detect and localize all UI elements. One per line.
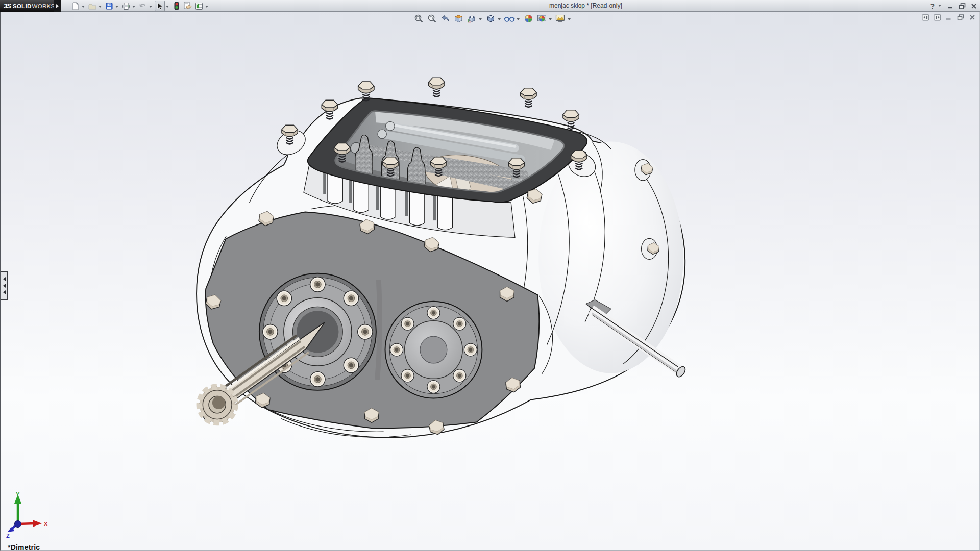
- display-style-dropdown-icon[interactable]: [498, 18, 501, 22]
- right-bearing-cover: [385, 302, 482, 398]
- new-dropdown-icon[interactable]: [82, 6, 85, 9]
- view-orientation-button[interactable]: [465, 13, 478, 24]
- collapse-arrow-icon: [1, 284, 6, 288]
- hide-show-items-button[interactable]: [503, 13, 516, 24]
- doc-close-button[interactable]: [968, 13, 976, 21]
- help-dropdown-icon[interactable]: [938, 5, 941, 8]
- print-dropdown-icon[interactable]: [132, 6, 135, 9]
- gearbox-model[interactable]: [1, 12, 980, 551]
- display-style-button[interactable]: [484, 13, 497, 24]
- view-settings-button[interactable]: [554, 13, 567, 24]
- apply-scene-button[interactable]: [535, 13, 548, 24]
- rebuild-traffic-light-icon: [174, 2, 180, 11]
- file-properties-button[interactable]: [183, 1, 193, 11]
- menu-flyout-arrow-icon: [56, 4, 61, 8]
- undo-icon: [139, 2, 148, 10]
- document-title: menjac sklop * [Read-only]: [549, 2, 622, 9]
- x-arrowhead: [33, 520, 42, 527]
- feature-panel-collapsed-tab[interactable]: [1, 271, 8, 300]
- minimize-icon: [946, 14, 952, 20]
- titlebar-controls: ?: [930, 0, 978, 12]
- undo-button[interactable]: [138, 1, 148, 11]
- doc-restore-button[interactable]: [957, 13, 965, 21]
- save-icon: [105, 2, 113, 10]
- apply-scene-icon: [537, 14, 547, 23]
- brand-name-light: WORKS: [32, 3, 55, 9]
- section-view-icon: [454, 14, 463, 23]
- doc-minimize-button[interactable]: [945, 13, 953, 21]
- previous-view-button[interactable]: [439, 13, 451, 24]
- open-dropdown-icon[interactable]: [99, 6, 102, 9]
- zoom-to-fit-icon: [414, 14, 424, 23]
- zoom-to-area-icon: [427, 14, 437, 23]
- collapse-arrow-icon: [1, 277, 6, 281]
- help-button[interactable]: ?: [930, 2, 935, 10]
- triad-origin: [15, 521, 21, 528]
- standard-toolbar: [70, 0, 210, 12]
- hide-show-items-icon: [504, 14, 515, 23]
- orientation-triad[interactable]: Y X Z: [3, 490, 54, 539]
- brand-name-bold: SOLID: [13, 3, 32, 9]
- edit-appearance-icon: [524, 14, 533, 23]
- edit-appearance-button[interactable]: [522, 13, 534, 24]
- apply-scene-dropdown-icon[interactable]: [549, 18, 552, 22]
- close-button[interactable]: [970, 2, 978, 10]
- plate-crease: [377, 280, 380, 380]
- view-settings-dropdown-icon[interactable]: [568, 18, 571, 22]
- y-axis-label: Y: [16, 491, 20, 497]
- show-right-pane-icon: [934, 14, 941, 21]
- select-button[interactable]: [155, 1, 165, 11]
- select-dropdown-icon[interactable]: [166, 6, 169, 9]
- zoom-to-fit-button[interactable]: [412, 13, 425, 24]
- file-properties-icon: [183, 2, 192, 10]
- menu-flyout-button[interactable]: [54, 0, 61, 12]
- graphics-viewport[interactable]: Y X Z *Dimetric: [0, 12, 980, 551]
- show-left-pane-icon: [922, 14, 929, 21]
- zoom-to-area-button[interactable]: [426, 13, 438, 24]
- rear-dome: [538, 141, 683, 373]
- z-axis-label: Z: [6, 533, 10, 539]
- show-right-pane-button[interactable]: [933, 13, 941, 21]
- close-icon: [971, 3, 977, 9]
- restore-icon: [959, 3, 966, 9]
- open-icon: [88, 2, 96, 10]
- hide-show-dropdown-icon[interactable]: [517, 18, 520, 22]
- collapse-arrow-icon: [1, 290, 6, 294]
- print-icon: [122, 2, 130, 10]
- new-document-icon: [71, 2, 80, 10]
- view-orientation-dropdown-icon[interactable]: [479, 18, 482, 22]
- brand-glyph: 3S: [4, 2, 11, 10]
- options-button[interactable]: [194, 1, 204, 11]
- solidworks-logo[interactable]: 3S SOLID WORKS: [0, 0, 54, 12]
- minimize-button[interactable]: [946, 2, 954, 10]
- previous-view-icon: [440, 14, 450, 23]
- show-left-pane-button[interactable]: [921, 13, 929, 21]
- close-icon: [969, 14, 975, 20]
- section-view-button[interactable]: [452, 13, 464, 24]
- document-window-controls: [921, 13, 976, 21]
- minimize-icon: [947, 3, 953, 9]
- view-orientation-icon: [467, 14, 477, 23]
- x-axis-label: X: [44, 521, 48, 527]
- options-dropdown-icon[interactable]: [205, 6, 208, 9]
- undo-dropdown-icon[interactable]: [149, 6, 152, 9]
- restore-button[interactable]: [958, 2, 966, 10]
- view-orientation-label: *Dimetric: [8, 543, 40, 551]
- select-cursor-icon: [156, 2, 163, 10]
- options-checklist-icon: [195, 2, 204, 10]
- display-style-icon: [486, 14, 496, 23]
- open-button[interactable]: [87, 1, 97, 11]
- print-button[interactable]: [121, 1, 131, 11]
- restore-icon: [957, 14, 964, 20]
- solidworks-window: 3S SOLID WORKS: [0, 0, 980, 551]
- view-settings-icon: [555, 14, 566, 23]
- new-document-button[interactable]: [70, 1, 81, 11]
- save-dropdown-icon[interactable]: [115, 6, 118, 9]
- title-bar: 3S SOLID WORKS: [0, 0, 980, 12]
- view-heads-up-toolbar: [412, 13, 572, 24]
- rebuild-button[interactable]: [172, 1, 182, 11]
- save-button[interactable]: [104, 1, 114, 11]
